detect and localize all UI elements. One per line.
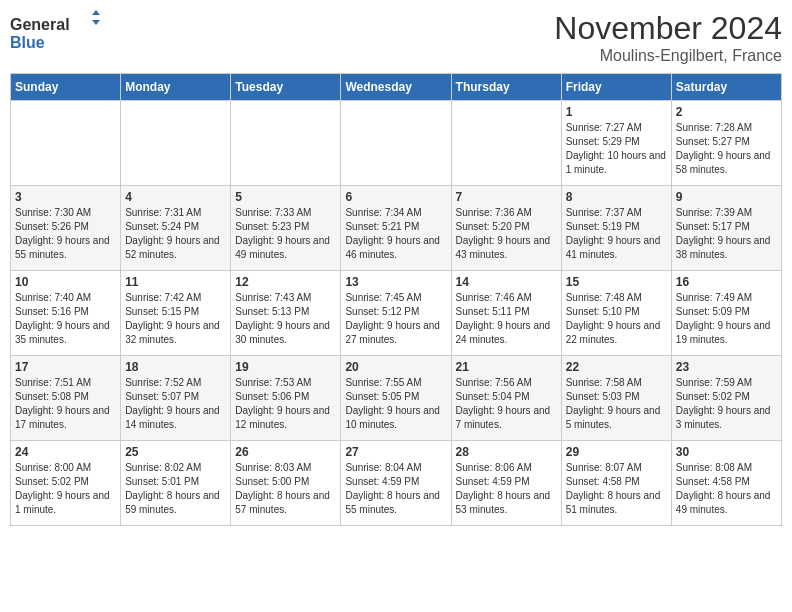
- calendar-cell: 26Sunrise: 8:03 AM Sunset: 5:00 PM Dayli…: [231, 441, 341, 526]
- calendar-cell: 2Sunrise: 7:28 AM Sunset: 5:27 PM Daylig…: [671, 101, 781, 186]
- calendar-cell: 13Sunrise: 7:45 AM Sunset: 5:12 PM Dayli…: [341, 271, 451, 356]
- day-info: Sunrise: 7:30 AM Sunset: 5:26 PM Dayligh…: [15, 206, 116, 262]
- day-number: 12: [235, 275, 336, 289]
- calendar-cell: 25Sunrise: 8:02 AM Sunset: 5:01 PM Dayli…: [121, 441, 231, 526]
- svg-text:General: General: [10, 16, 70, 33]
- calendar-cell: 24Sunrise: 8:00 AM Sunset: 5:02 PM Dayli…: [11, 441, 121, 526]
- day-number: 26: [235, 445, 336, 459]
- page-header: General Blue November 2024 Moulins-Engil…: [10, 10, 782, 65]
- calendar-cell: 18Sunrise: 7:52 AM Sunset: 5:07 PM Dayli…: [121, 356, 231, 441]
- title-block: November 2024 Moulins-Engilbert, France: [554, 10, 782, 65]
- day-number: 6: [345, 190, 446, 204]
- calendar-cell: 1Sunrise: 7:27 AM Sunset: 5:29 PM Daylig…: [561, 101, 671, 186]
- day-number: 5: [235, 190, 336, 204]
- day-number: 30: [676, 445, 777, 459]
- day-number: 19: [235, 360, 336, 374]
- calendar-cell: 14Sunrise: 7:46 AM Sunset: 5:11 PM Dayli…: [451, 271, 561, 356]
- weekday-header-wednesday: Wednesday: [341, 74, 451, 101]
- calendar-week-row: 17Sunrise: 7:51 AM Sunset: 5:08 PM Dayli…: [11, 356, 782, 441]
- calendar-cell: [11, 101, 121, 186]
- day-number: 15: [566, 275, 667, 289]
- day-number: 21: [456, 360, 557, 374]
- calendar-cell: 21Sunrise: 7:56 AM Sunset: 5:04 PM Dayli…: [451, 356, 561, 441]
- day-number: 1: [566, 105, 667, 119]
- day-number: 27: [345, 445, 446, 459]
- day-info: Sunrise: 7:42 AM Sunset: 5:15 PM Dayligh…: [125, 291, 226, 347]
- calendar-cell: 17Sunrise: 7:51 AM Sunset: 5:08 PM Dayli…: [11, 356, 121, 441]
- day-number: 13: [345, 275, 446, 289]
- day-number: 17: [15, 360, 116, 374]
- day-info: Sunrise: 8:08 AM Sunset: 4:58 PM Dayligh…: [676, 461, 777, 517]
- calendar-cell: 28Sunrise: 8:06 AM Sunset: 4:59 PM Dayli…: [451, 441, 561, 526]
- svg-text:Blue: Blue: [10, 34, 45, 51]
- day-info: Sunrise: 7:49 AM Sunset: 5:09 PM Dayligh…: [676, 291, 777, 347]
- day-number: 14: [456, 275, 557, 289]
- logo: General Blue: [10, 10, 100, 55]
- calendar-cell: 7Sunrise: 7:36 AM Sunset: 5:20 PM Daylig…: [451, 186, 561, 271]
- day-info: Sunrise: 7:55 AM Sunset: 5:05 PM Dayligh…: [345, 376, 446, 432]
- weekday-header-tuesday: Tuesday: [231, 74, 341, 101]
- calendar-cell: 15Sunrise: 7:48 AM Sunset: 5:10 PM Dayli…: [561, 271, 671, 356]
- day-number: 7: [456, 190, 557, 204]
- day-number: 23: [676, 360, 777, 374]
- day-info: Sunrise: 7:31 AM Sunset: 5:24 PM Dayligh…: [125, 206, 226, 262]
- calendar-cell: 4Sunrise: 7:31 AM Sunset: 5:24 PM Daylig…: [121, 186, 231, 271]
- weekday-header-row: SundayMondayTuesdayWednesdayThursdayFrid…: [11, 74, 782, 101]
- month-title: November 2024: [554, 10, 782, 47]
- calendar-cell: 30Sunrise: 8:08 AM Sunset: 4:58 PM Dayli…: [671, 441, 781, 526]
- day-info: Sunrise: 8:00 AM Sunset: 5:02 PM Dayligh…: [15, 461, 116, 517]
- calendar-cell: 23Sunrise: 7:59 AM Sunset: 5:02 PM Dayli…: [671, 356, 781, 441]
- day-info: Sunrise: 7:53 AM Sunset: 5:06 PM Dayligh…: [235, 376, 336, 432]
- calendar-week-row: 3Sunrise: 7:30 AM Sunset: 5:26 PM Daylig…: [11, 186, 782, 271]
- weekday-header-friday: Friday: [561, 74, 671, 101]
- day-info: Sunrise: 7:43 AM Sunset: 5:13 PM Dayligh…: [235, 291, 336, 347]
- day-number: 4: [125, 190, 226, 204]
- day-info: Sunrise: 7:37 AM Sunset: 5:19 PM Dayligh…: [566, 206, 667, 262]
- calendar-cell: 9Sunrise: 7:39 AM Sunset: 5:17 PM Daylig…: [671, 186, 781, 271]
- logo-svg: General Blue: [10, 10, 100, 55]
- svg-marker-3: [92, 20, 100, 25]
- calendar-cell: 12Sunrise: 7:43 AM Sunset: 5:13 PM Dayli…: [231, 271, 341, 356]
- calendar-cell: 19Sunrise: 7:53 AM Sunset: 5:06 PM Dayli…: [231, 356, 341, 441]
- day-info: Sunrise: 7:51 AM Sunset: 5:08 PM Dayligh…: [15, 376, 116, 432]
- day-number: 29: [566, 445, 667, 459]
- day-number: 3: [15, 190, 116, 204]
- day-number: 16: [676, 275, 777, 289]
- calendar-cell: 22Sunrise: 7:58 AM Sunset: 5:03 PM Dayli…: [561, 356, 671, 441]
- calendar-cell: [121, 101, 231, 186]
- calendar-cell: 6Sunrise: 7:34 AM Sunset: 5:21 PM Daylig…: [341, 186, 451, 271]
- calendar-cell: 3Sunrise: 7:30 AM Sunset: 5:26 PM Daylig…: [11, 186, 121, 271]
- weekday-header-monday: Monday: [121, 74, 231, 101]
- day-info: Sunrise: 7:40 AM Sunset: 5:16 PM Dayligh…: [15, 291, 116, 347]
- calendar-cell: 5Sunrise: 7:33 AM Sunset: 5:23 PM Daylig…: [231, 186, 341, 271]
- calendar-cell: 8Sunrise: 7:37 AM Sunset: 5:19 PM Daylig…: [561, 186, 671, 271]
- calendar-week-row: 10Sunrise: 7:40 AM Sunset: 5:16 PM Dayli…: [11, 271, 782, 356]
- day-info: Sunrise: 7:59 AM Sunset: 5:02 PM Dayligh…: [676, 376, 777, 432]
- location: Moulins-Engilbert, France: [554, 47, 782, 65]
- calendar-cell: [451, 101, 561, 186]
- day-info: Sunrise: 7:39 AM Sunset: 5:17 PM Dayligh…: [676, 206, 777, 262]
- day-info: Sunrise: 8:04 AM Sunset: 4:59 PM Dayligh…: [345, 461, 446, 517]
- day-number: 20: [345, 360, 446, 374]
- calendar-cell: [341, 101, 451, 186]
- day-info: Sunrise: 7:52 AM Sunset: 5:07 PM Dayligh…: [125, 376, 226, 432]
- day-number: 2: [676, 105, 777, 119]
- calendar-cell: 10Sunrise: 7:40 AM Sunset: 5:16 PM Dayli…: [11, 271, 121, 356]
- day-info: Sunrise: 7:36 AM Sunset: 5:20 PM Dayligh…: [456, 206, 557, 262]
- calendar-week-row: 1Sunrise: 7:27 AM Sunset: 5:29 PM Daylig…: [11, 101, 782, 186]
- day-number: 25: [125, 445, 226, 459]
- day-info: Sunrise: 7:33 AM Sunset: 5:23 PM Dayligh…: [235, 206, 336, 262]
- day-number: 28: [456, 445, 557, 459]
- day-info: Sunrise: 8:07 AM Sunset: 4:58 PM Dayligh…: [566, 461, 667, 517]
- day-info: Sunrise: 7:27 AM Sunset: 5:29 PM Dayligh…: [566, 121, 667, 177]
- day-number: 9: [676, 190, 777, 204]
- day-info: Sunrise: 7:34 AM Sunset: 5:21 PM Dayligh…: [345, 206, 446, 262]
- weekday-header-sunday: Sunday: [11, 74, 121, 101]
- calendar-cell: 27Sunrise: 8:04 AM Sunset: 4:59 PM Dayli…: [341, 441, 451, 526]
- day-info: Sunrise: 7:58 AM Sunset: 5:03 PM Dayligh…: [566, 376, 667, 432]
- day-number: 10: [15, 275, 116, 289]
- day-number: 11: [125, 275, 226, 289]
- day-info: Sunrise: 7:28 AM Sunset: 5:27 PM Dayligh…: [676, 121, 777, 177]
- day-info: Sunrise: 7:45 AM Sunset: 5:12 PM Dayligh…: [345, 291, 446, 347]
- day-info: Sunrise: 8:06 AM Sunset: 4:59 PM Dayligh…: [456, 461, 557, 517]
